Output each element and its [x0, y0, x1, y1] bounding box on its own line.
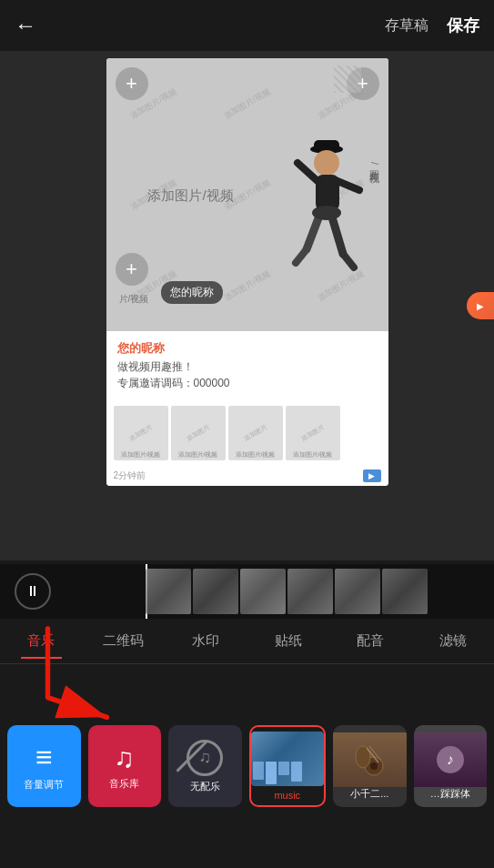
volume-label: 音量调节 — [24, 778, 64, 792]
tab-bar: 音乐 二维码 水印 贴纸 配音 滤镜 — [0, 619, 494, 664]
tool-grid: ≡ 音量调节 ♫ 音乐库 ♫ 无配乐 music — [0, 664, 494, 868]
right-edge-decor: ▶ — [467, 292, 494, 319]
tab-music[interactable]: 音乐 — [0, 623, 83, 659]
timeline-frame-1[interactable] — [146, 569, 191, 614]
preview-time: 2分钟前 — [114, 469, 146, 482]
tool-music-selected[interactable]: music — [249, 725, 327, 807]
tool-guitar[interactable]: 小千二... — [333, 725, 407, 807]
tab-qrcode[interactable]: 二维码 — [83, 623, 166, 659]
dancer-figure — [261, 122, 379, 304]
pattern-thumb — [334, 66, 361, 93]
tool-volume[interactable]: ≡ 音量调节 — [7, 725, 81, 807]
timeline-frame-5[interactable] — [335, 569, 380, 614]
no-music-icon: ♫ — [187, 740, 223, 776]
timeline-frame-4[interactable] — [287, 569, 333, 614]
music-icon: ♫ — [115, 742, 136, 773]
no-music-label: 无配乐 — [190, 780, 220, 793]
image-collage[interactable]: 添加图片/视频 添加图片/视频 添加图片/视频 添加图片/视频 添加图片/视频 … — [106, 58, 388, 331]
back-button[interactable]: ← — [15, 13, 36, 38]
singer-bg: ♪ — [414, 732, 488, 787]
timeline-frame-6[interactable] — [382, 569, 428, 614]
svg-point-15 — [370, 762, 378, 770]
thumb-item-3[interactable]: 添加图片 添加图片/视频 — [228, 406, 283, 460]
add-photo-right-label: 图片/视频 — [368, 162, 381, 165]
preview-nickname: 您的昵称 — [117, 340, 378, 357]
preview-footer: 2分钟前 ▶ — [106, 466, 388, 486]
tool-music-lib[interactable]: ♫ 音乐库 — [88, 725, 162, 807]
share-icon[interactable]: ▶ — [363, 469, 381, 482]
add-photo-center-label: 添加图片/视频 — [147, 186, 233, 205]
svg-line-9 — [343, 254, 354, 267]
svg-line-5 — [338, 181, 359, 190]
tab-watermark[interactable]: 水印 — [165, 623, 247, 659]
music-thumb — [251, 732, 325, 786]
preview-desc: 做视频用趣推！ 专属邀请调码：000000 — [117, 358, 378, 391]
guitar-bg — [333, 732, 407, 787]
preview-area: 添加图片/视频 添加图片/视频 添加图片/视频 添加图片/视频 添加图片/视频 … — [0, 51, 494, 560]
tool-singer[interactable]: ♪ …踩踩体 — [414, 725, 488, 807]
svg-point-10 — [312, 206, 341, 220]
timeline-frame-3[interactable] — [240, 569, 286, 614]
tool-no-music[interactable]: ♫ 无配乐 — [168, 725, 242, 807]
volume-icon: ≡ — [35, 741, 53, 774]
tab-dubbing[interactable]: 配音 — [329, 623, 412, 659]
thumb-item-4[interactable]: 添加图片 添加图片/视频 — [286, 406, 340, 460]
thumb-item-1[interactable]: 添加图片 添加图片/视频 — [114, 406, 168, 460]
add-photo-btn-bottomleft[interactable]: + — [116, 253, 148, 286]
preview-card: 添加图片/视频 添加图片/视频 添加图片/视频 添加图片/视频 添加图片/视频 … — [106, 58, 388, 486]
timeline-frame-2[interactable] — [193, 569, 238, 614]
tab-sticker[interactable]: 贴纸 — [247, 623, 330, 659]
svg-point-2 — [314, 150, 339, 176]
header-actions: 存草稿 保存 — [385, 15, 479, 36]
play-pause-button[interactable]: ⏸ — [15, 573, 51, 610]
draft-button[interactable]: 存草稿 — [385, 16, 428, 35]
svg-rect-1 — [314, 140, 339, 151]
music-lib-label: 音乐库 — [109, 777, 139, 791]
guitar-label: 小千二... — [350, 787, 388, 801]
header: ← 存草稿 保存 — [0, 0, 494, 51]
thumb-item-2[interactable]: 添加图片 添加图片/视频 — [171, 406, 226, 460]
singer-label: …踩踩体 — [430, 787, 470, 801]
timeline-inner — [146, 564, 494, 619]
preview-info: 您的昵称 做视频用趣推！ 专属邀请调码：000000 — [106, 331, 388, 400]
music-selected-label: music — [274, 790, 300, 801]
save-button[interactable]: 保存 — [447, 15, 479, 36]
nickname-badge: 您的昵称 — [161, 281, 223, 304]
timeline-strip: ⏸ — [0, 564, 494, 619]
svg-line-7 — [296, 249, 307, 263]
thumb-strip: 添加图片 添加图片/视频 添加图片 添加图片/视频 添加图片 添加图片/视频 添… — [106, 400, 388, 466]
tab-filter[interactable]: 滤镜 — [412, 623, 495, 659]
add-photo-bottom-label: 片/视频 — [119, 293, 149, 306]
add-photo-btn-topleft[interactable]: + — [116, 67, 148, 100]
